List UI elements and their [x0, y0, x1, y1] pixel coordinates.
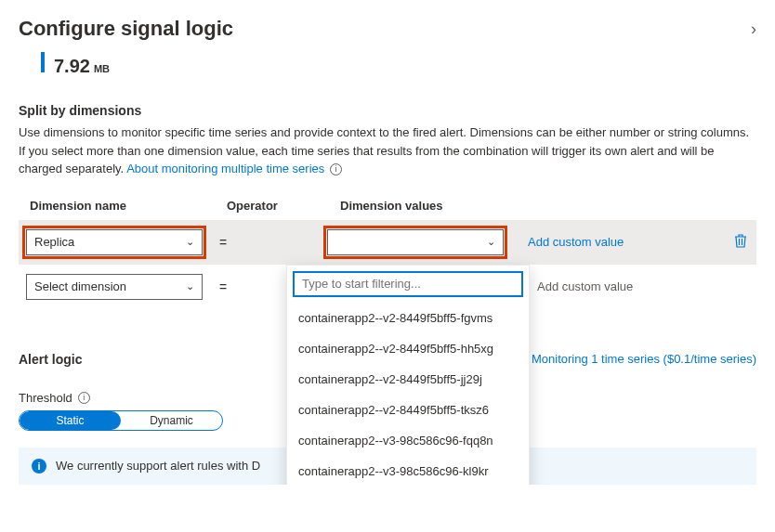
chevron-down-icon: ⌄ — [186, 236, 194, 248]
dimension-column-headers: Dimension name Operator Dimension values — [19, 180, 756, 220]
col-header-values: Dimension values — [340, 199, 526, 213]
close-chevron-icon[interactable]: › — [751, 19, 756, 39]
dropdown-item[interactable]: containerapp2--v2-8449f5bff5-jj29j — [287, 364, 529, 395]
alert-logic-title: Alert logic — [19, 352, 82, 367]
col-header-operator: Operator — [227, 199, 329, 213]
metric-value-row: 7.92 MB — [19, 52, 756, 96]
threshold-static-option[interactable]: Static — [20, 411, 121, 430]
operator-value: = — [214, 235, 316, 250]
threshold-toggle: Static Dynamic — [19, 410, 223, 431]
delete-row-icon[interactable] — [734, 234, 747, 251]
about-monitoring-link[interactable]: About monitoring multiple time series — [126, 162, 324, 175]
dropdown-item[interactable]: containerapp2--v2-8449f5bff5-tksz6 — [287, 395, 529, 425]
col-header-name: Dimension name — [30, 199, 216, 213]
page-title: Configure signal logic — [19, 17, 233, 41]
metric-bar-icon — [41, 52, 45, 72]
metric-unit: MB — [94, 63, 110, 74]
split-dimensions-description: Use dimensions to monitor specific time … — [19, 123, 756, 180]
add-custom-value-link[interactable]: Add custom value — [528, 235, 624, 249]
chevron-down-icon: ⌄ — [186, 280, 194, 292]
info-icon[interactable]: i — [78, 392, 90, 404]
threshold-label: Threshold — [19, 391, 72, 405]
threshold-dynamic-option[interactable]: Dynamic — [121, 411, 222, 430]
dimension-name-select[interactable]: Replica ⌄ — [26, 229, 203, 255]
dropdown-item[interactable]: containerapp2--v3-98c586c96-kl9kr — [287, 456, 529, 485]
info-banner-text: We currently support alert rules with D — [56, 459, 260, 473]
info-icon[interactable]: i — [330, 163, 342, 175]
dropdown-item[interactable]: containerapp2--v2-8449f5bff5-fgvms — [287, 303, 529, 333]
dimension-values-dropdown: containerapp2--v2-8449f5bff5-fgvms conta… — [286, 265, 530, 485]
dropdown-filter-input[interactable] — [293, 271, 523, 297]
metric-value: 7.92 — [54, 56, 90, 77]
dimension-name-value: Replica — [34, 235, 74, 249]
dimension-name-select[interactable]: Select dimension ⌄ — [26, 274, 203, 300]
split-dimensions-title: Split by dimensions — [19, 96, 756, 123]
add-custom-value-disabled: Add custom value — [537, 279, 633, 293]
dropdown-item[interactable]: containerapp2--v2-8449f5bff5-hh5xg — [287, 333, 529, 364]
info-icon: i — [32, 459, 46, 474]
dimension-name-value: Select dimension — [34, 279, 126, 293]
chevron-down-icon: ⌄ — [487, 236, 495, 248]
monitoring-time-series-note: Monitoring 1 time series ($0.1/time seri… — [513, 352, 756, 366]
dimension-row: Replica ⌄ = ⌄ Add custom value — [19, 220, 756, 265]
dimension-values-select[interactable]: ⌄ — [327, 229, 504, 255]
dropdown-item[interactable]: containerapp2--v3-98c586c96-fqq8n — [287, 425, 529, 456]
